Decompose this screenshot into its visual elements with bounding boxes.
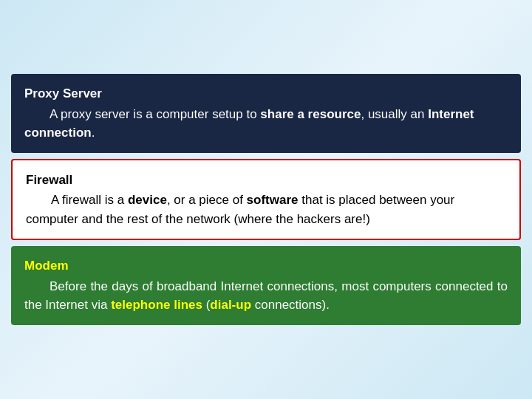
modem-bold1: telephone lines [111, 298, 202, 312]
proxy-server-text2: , usually an [361, 107, 428, 121]
modem-bold2: dial-up [210, 298, 251, 312]
proxy-server-text3: . [92, 126, 95, 140]
proxy-server-card: Proxy Server A proxy server is a compute… [11, 74, 521, 153]
firewall-title: Firewall [26, 171, 506, 190]
proxy-server-bold1: share a resource [260, 107, 361, 121]
proxy-server-text1: A proxy server is a computer setup to [50, 107, 260, 121]
proxy-server-title: Proxy Server [24, 84, 508, 103]
modem-body: Before the days of broadband Internet co… [24, 277, 508, 315]
modem-text2: ( [202, 298, 210, 312]
modem-card: Modem Before the days of broadband Inter… [11, 246, 521, 325]
proxy-server-body: A proxy server is a computer setup to sh… [24, 105, 508, 143]
firewall-text1: A firewall is a [51, 193, 128, 207]
modem-text3: connections). [251, 298, 330, 312]
firewall-bold2: software [247, 193, 299, 207]
modem-title: Modem [24, 256, 508, 276]
firewall-body: A firewall is a device, or a piece of so… [26, 191, 506, 228]
firewall-card: Firewall A firewall is a device, or a pi… [11, 159, 521, 241]
firewall-text2: , or a piece of [167, 193, 247, 207]
firewall-bold1: device [128, 193, 167, 207]
